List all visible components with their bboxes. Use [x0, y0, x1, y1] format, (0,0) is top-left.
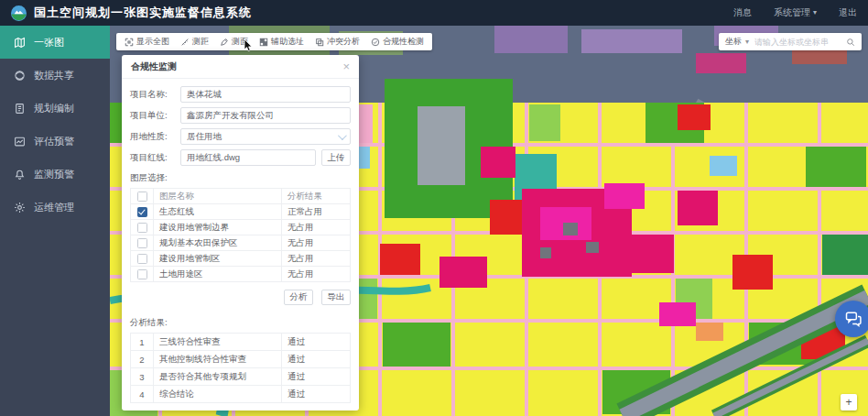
measure-distance-button[interactable]: 测距: [180, 36, 209, 48]
layer-select-label: 图层选择:: [130, 172, 351, 184]
table-row: 建设用地管制区 无占用: [131, 251, 351, 267]
project-name-input[interactable]: 奥体花城: [180, 86, 351, 103]
sidebar: 一张图 数据共享 规划编制 评估预警 监测预警 运维管理: [0, 26, 110, 416]
header-nav: 消息 系统管理 ▾ 退出: [733, 6, 857, 19]
layer-checkbox[interactable]: [137, 254, 147, 264]
project-redline-row: 项目红线: 用地红线.dwg 上传: [130, 149, 351, 166]
logout-link[interactable]: 退出: [839, 6, 857, 19]
project-unit-input[interactable]: 鑫源房产开发有限公司: [180, 107, 351, 124]
upload-button[interactable]: 上传: [321, 149, 351, 166]
zoom-in-button[interactable]: +: [841, 394, 857, 411]
layer-checkbox[interactable]: [137, 269, 147, 279]
sidebar-item-monitor-warning[interactable]: 监测预警: [0, 158, 110, 191]
evaluate-warning-icon: [14, 136, 26, 148]
app-header: 国土空间规划一张图实施监督信息系统 消息 系统管理 ▾ 退出: [0, 0, 868, 26]
land-nature-select[interactable]: 居住用地: [180, 128, 351, 145]
analysis-result-table: 1 三线符合性审查 通过 2 其他控制线符合性审查 通过 3 是否符合其他专项规…: [130, 333, 351, 403]
chevron-down-icon: [338, 131, 347, 140]
project-unit-row: 项目单位: 鑫源房产开发有限公司: [130, 107, 351, 124]
system-manage-link[interactable]: 系统管理 ▾: [774, 6, 817, 19]
dialog-actions: 分析 导出: [130, 290, 351, 305]
project-redline-input[interactable]: 用地红线.dwg: [180, 149, 316, 166]
compliance-check-icon: [371, 38, 380, 47]
dialog-header: 合规性监测 ×: [122, 55, 359, 79]
measure-distance-icon: [180, 38, 190, 47]
sidebar-item-plan-compile[interactable]: 规划编制: [0, 92, 110, 125]
chevron-down-icon[interactable]: ▾: [745, 38, 749, 46]
project-name-row: 项目名称: 奥体花城: [130, 86, 351, 103]
layer-checkbox[interactable]: [137, 207, 147, 217]
search-input[interactable]: [753, 37, 842, 48]
export-button[interactable]: 导出: [321, 290, 351, 305]
compliance-dialog: 合规性监测 × 项目名称: 奥体花城 项目单位: 鑫源房产开发有限公司 用地性质…: [122, 55, 359, 411]
land-nature-label: 用地性质:: [130, 131, 180, 143]
dialog-body: 项目名称: 奥体花城 项目单位: 鑫源房产开发有限公司 用地性质: 居住用地 项…: [122, 79, 359, 411]
ops-manage-icon: [14, 202, 26, 213]
plus-icon: +: [845, 396, 852, 409]
layer-name-header: 图层名称: [154, 189, 282, 204]
table-row: 4 综合结论 通过: [131, 386, 351, 403]
table-row: 1 三线符合性审查 通过: [131, 334, 351, 351]
analysis-result-header: 分析结果: [282, 189, 351, 204]
analysis-result-label: 分析结果:: [130, 317, 351, 329]
table-row: 土地用途区 无占用: [131, 267, 351, 282]
project-unit-label: 项目单位:: [130, 110, 180, 122]
sidebar-item-evaluate-warning[interactable]: 评估预警: [0, 125, 110, 158]
conflict-analysis-icon: [315, 38, 324, 47]
compliance-check-button[interactable]: 合规性检测: [371, 36, 424, 48]
messages-link[interactable]: 消息: [733, 6, 752, 19]
table-row: 2 其他控制线符合性审查 通过: [131, 351, 351, 368]
one-map-icon: [14, 37, 26, 49]
monitor-warning-icon: [14, 169, 26, 181]
chevron-down-icon: ▾: [813, 9, 817, 16]
table-row: 3 是否符合其他专项规划 通过: [131, 368, 351, 386]
search-icon[interactable]: [846, 38, 855, 47]
site-selection-button[interactable]: 辅助选址: [259, 36, 304, 48]
conflict-analysis-button[interactable]: 冲突分析: [315, 36, 360, 48]
full-extent-icon: [125, 38, 134, 47]
close-icon[interactable]: ×: [342, 60, 350, 72]
sidebar-item-ops-manage[interactable]: 运维管理: [0, 191, 110, 224]
sidebar-item-one-map[interactable]: 一张图: [0, 26, 110, 59]
coordinate-search-box: 坐标 ▾: [719, 33, 862, 50]
dialog-title: 合规性监测: [131, 60, 177, 73]
table-row: 规划基本农田保护区 无占用: [131, 235, 351, 251]
app-logo-icon: [11, 5, 27, 21]
table-row: 生态红线 正常占用: [131, 204, 351, 220]
measure-area-icon: [220, 38, 229, 47]
project-redline-label: 项目红线:: [130, 152, 180, 164]
plan-compile-icon: [14, 103, 26, 115]
layer-checkbox[interactable]: [137, 223, 147, 233]
analyze-button[interactable]: 分析: [284, 290, 313, 305]
land-nature-row: 用地性质: 居住用地: [130, 128, 351, 145]
map-toolbar: 显示全图 测距 测面 辅助选址 冲突分析 合规性检测: [116, 33, 432, 50]
page-title: 国土空间规划一张图实施监督信息系统: [34, 5, 252, 21]
site-selection-icon: [259, 38, 268, 47]
search-mode-select[interactable]: 坐标: [725, 36, 742, 48]
sidebar-item-data-share[interactable]: 数据共享: [0, 59, 110, 92]
layer-table-header-row: 图层名称 分析结果: [131, 189, 351, 204]
data-share-icon: [14, 70, 26, 82]
feedback-chat-button[interactable]: [835, 301, 868, 337]
select-all-checkbox[interactable]: [137, 192, 147, 202]
chat-bubbles-icon: [844, 310, 863, 328]
layer-table: 图层名称 分析结果 生态红线 正常占用 建设用地管制边界 无占用 规划基本农田保…: [130, 188, 351, 282]
measure-area-button[interactable]: 测面: [220, 36, 248, 48]
layer-checkbox[interactable]: [137, 238, 147, 248]
table-row: 建设用地管制边界 无占用: [131, 220, 351, 235]
project-name-label: 项目名称:: [130, 89, 180, 101]
full-extent-button[interactable]: 显示全图: [125, 36, 169, 48]
